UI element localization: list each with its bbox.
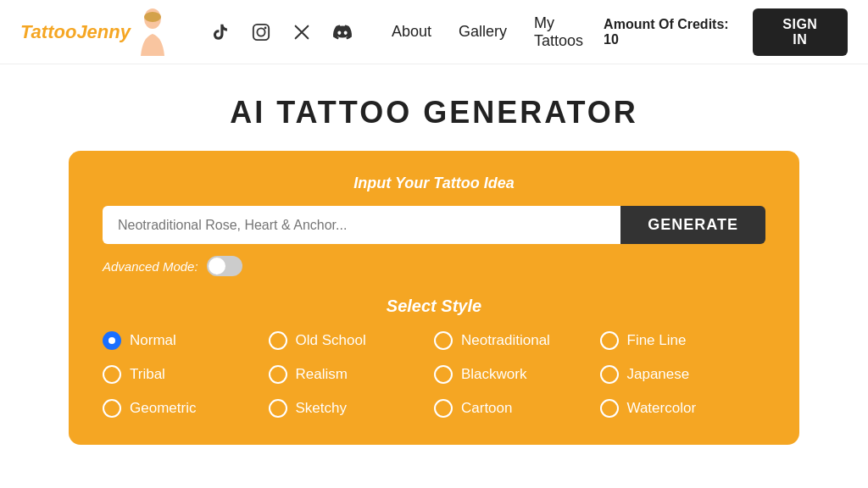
svg-point-4 [264,26,267,29]
radio-normal [103,331,121,350]
radio-fine-line [600,331,619,350]
twitter-icon[interactable] [290,20,314,44]
style-label-old-school: Old School [296,332,366,349]
radio-watercolor [600,399,619,418]
sign-in-button[interactable]: SIGN IN [753,8,848,56]
instagram-icon[interactable] [249,20,273,44]
style-option-normal[interactable]: Normal [103,331,269,350]
about-link[interactable]: About [392,23,431,41]
style-option-sketchy[interactable]: Sketchy [269,399,435,418]
radio-tribal [103,365,121,384]
radio-old-school [269,331,287,350]
select-style-label: Select Style [103,297,765,316]
style-option-blackwork[interactable]: Blackwork [434,365,600,384]
style-label-geometric: Geometric [130,400,196,417]
advanced-mode-toggle[interactable] [207,256,242,276]
social-icons [209,20,354,44]
radio-blackwork [434,365,453,384]
style-label-watercolor: Watercolor [627,400,697,417]
style-label-blackwork: Blackwork [461,366,526,383]
style-option-realism[interactable]: Realism [269,365,435,384]
tiktok-icon[interactable] [209,20,232,44]
style-option-old-school[interactable]: Old School [269,331,435,350]
style-label-realism: Realism [296,366,348,383]
style-option-tribal[interactable]: Tribal [103,365,269,384]
logo[interactable]: TattooJenny [20,8,171,56]
style-option-neotraditional[interactable]: Neotraditional [434,331,600,350]
input-row: GENERATE [103,206,765,244]
nav-links: About Gallery My Tattoos [392,14,583,50]
advanced-mode-label: Advanced Mode: [103,259,198,274]
logo-avatar-icon [134,8,171,56]
advanced-mode-row: Advanced Mode: [103,256,765,276]
style-option-geometric[interactable]: Geometric [103,399,269,418]
input-label: Input Your Tattoo Idea [103,175,765,192]
style-label-neotraditional: Neotraditional [461,332,550,349]
style-label-normal: Normal [130,332,176,349]
nav-right: Amount Of Credits: 10 SIGN IN [604,8,848,56]
my-tattoos-link[interactable]: My Tattoos [534,14,583,50]
main-content: AI TATTOO GENERATOR Input Your Tattoo Id… [0,64,868,445]
style-option-fine-line[interactable]: Fine Line [600,331,766,350]
styles-grid: NormalOld SchoolNeotraditionalFine LineT… [103,331,765,418]
radio-sketchy [269,399,287,418]
radio-japanese [600,365,619,384]
svg-point-1 [144,12,161,22]
style-label-sketchy: Sketchy [296,400,347,417]
style-option-watercolor[interactable]: Watercolor [600,399,766,418]
discord-icon[interactable] [331,20,354,44]
radio-geometric [103,399,121,418]
generate-button[interactable]: GENERATE [620,206,765,244]
svg-rect-2 [253,24,269,39]
gallery-link[interactable]: Gallery [459,23,507,41]
svg-point-3 [257,28,264,36]
style-label-fine-line: Fine Line [627,332,687,349]
radio-realism [269,365,287,384]
generator-card: Input Your Tattoo Idea GENERATE Advanced… [69,151,799,445]
style-option-japanese[interactable]: Japanese [600,365,766,384]
radio-cartoon [434,399,453,418]
logo-text: TattooJenny [20,21,131,43]
style-option-cartoon[interactable]: Cartoon [434,399,600,418]
tattoo-idea-input[interactable] [103,206,620,244]
radio-neotraditional [434,331,453,350]
style-label-cartoon: Cartoon [461,400,512,417]
page-title: AI TATTOO GENERATOR [230,95,638,130]
navbar: TattooJenny [0,0,868,64]
style-label-japanese: Japanese [627,366,690,383]
credits-display: Amount Of Credits: 10 [604,17,732,47]
style-label-tribal: Tribal [130,366,165,383]
